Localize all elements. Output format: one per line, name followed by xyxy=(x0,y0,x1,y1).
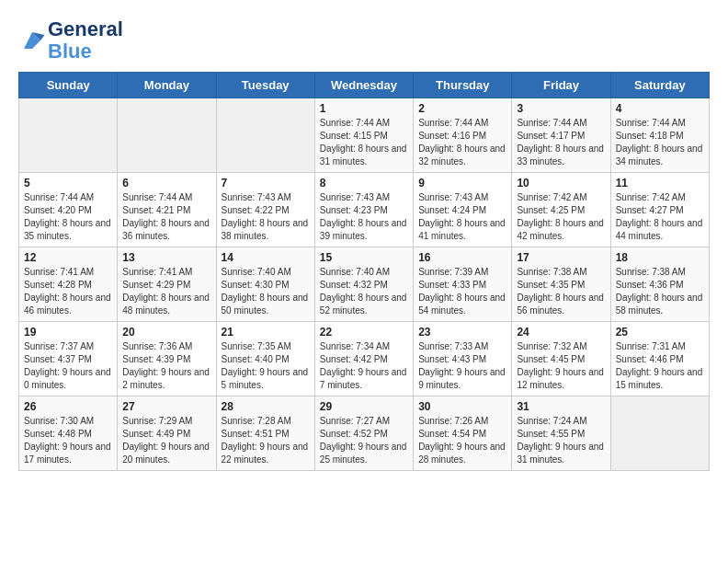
day-number: 26 xyxy=(24,400,112,413)
day-info: Sunrise: 7:44 AM Sunset: 4:21 PM Dayligh… xyxy=(122,191,210,243)
day-number: 21 xyxy=(222,326,310,339)
calendar-body: 1Sunrise: 7:44 AM Sunset: 4:15 PM Daylig… xyxy=(19,98,710,471)
logo: General Blue xyxy=(18,18,123,63)
day-number: 6 xyxy=(122,177,210,190)
day-info: Sunrise: 7:28 AM Sunset: 4:51 PM Dayligh… xyxy=(222,415,310,466)
calendar-cell: 19Sunrise: 7:37 AM Sunset: 4:37 PM Dayli… xyxy=(19,322,118,396)
weekday-header-monday: Monday xyxy=(118,73,216,98)
day-info: Sunrise: 7:35 AM Sunset: 4:40 PM Dayligh… xyxy=(222,340,310,392)
weekday-header-wednesday: Wednesday xyxy=(314,73,413,98)
day-info: Sunrise: 7:29 AM Sunset: 4:49 PM Dayligh… xyxy=(122,415,210,466)
day-number: 25 xyxy=(616,326,704,339)
calendar-cell: 26Sunrise: 7:30 AM Sunset: 4:48 PM Dayli… xyxy=(19,396,118,471)
calendar-cell: 6Sunrise: 7:44 AM Sunset: 4:21 PM Daylig… xyxy=(118,173,216,247)
day-number: 16 xyxy=(418,251,506,264)
day-number: 4 xyxy=(616,102,704,115)
day-info: Sunrise: 7:44 AM Sunset: 4:20 PM Dayligh… xyxy=(24,191,112,243)
logo-icon xyxy=(18,27,46,54)
day-info: Sunrise: 7:30 AM Sunset: 4:48 PM Dayligh… xyxy=(24,415,112,466)
day-info: Sunrise: 7:44 AM Sunset: 4:15 PM Dayligh… xyxy=(320,117,408,168)
day-number: 31 xyxy=(517,400,605,413)
day-info: Sunrise: 7:41 AM Sunset: 4:29 PM Dayligh… xyxy=(122,266,210,317)
week-row-0: 1Sunrise: 7:44 AM Sunset: 4:15 PM Daylig… xyxy=(19,98,710,173)
calendar-cell: 20Sunrise: 7:36 AM Sunset: 4:39 PM Dayli… xyxy=(118,322,216,396)
day-number: 17 xyxy=(517,251,605,264)
calendar-cell: 18Sunrise: 7:38 AM Sunset: 4:36 PM Dayli… xyxy=(610,247,709,322)
calendar-cell: 3Sunrise: 7:44 AM Sunset: 4:17 PM Daylig… xyxy=(512,98,610,173)
day-number: 20 xyxy=(122,326,210,339)
weekday-header-thursday: Thursday xyxy=(414,73,512,98)
day-info: Sunrise: 7:34 AM Sunset: 4:42 PM Dayligh… xyxy=(320,340,408,392)
calendar-cell: 8Sunrise: 7:43 AM Sunset: 4:23 PM Daylig… xyxy=(314,173,413,247)
calendar-cell: 25Sunrise: 7:31 AM Sunset: 4:46 PM Dayli… xyxy=(610,322,709,396)
day-number: 14 xyxy=(222,251,310,264)
day-info: Sunrise: 7:42 AM Sunset: 4:25 PM Dayligh… xyxy=(517,191,605,243)
day-info: Sunrise: 7:43 AM Sunset: 4:24 PM Dayligh… xyxy=(418,191,506,243)
day-number: 5 xyxy=(24,177,112,190)
day-number: 19 xyxy=(24,326,112,339)
weekday-header-saturday: Saturday xyxy=(610,73,709,98)
day-number: 22 xyxy=(320,326,408,339)
day-number: 12 xyxy=(24,251,112,264)
calendar-cell: 24Sunrise: 7:32 AM Sunset: 4:45 PM Dayli… xyxy=(512,322,610,396)
day-info: Sunrise: 7:42 AM Sunset: 4:27 PM Dayligh… xyxy=(616,191,704,243)
calendar-cell: 29Sunrise: 7:27 AM Sunset: 4:52 PM Dayli… xyxy=(314,396,413,471)
calendar-cell: 9Sunrise: 7:43 AM Sunset: 4:24 PM Daylig… xyxy=(414,173,512,247)
header: General Blue xyxy=(18,18,710,63)
day-info: Sunrise: 7:40 AM Sunset: 4:32 PM Dayligh… xyxy=(320,266,408,317)
day-info: Sunrise: 7:43 AM Sunset: 4:23 PM Dayligh… xyxy=(320,191,408,243)
calendar-cell: 16Sunrise: 7:39 AM Sunset: 4:33 PM Dayli… xyxy=(414,247,512,322)
calendar-cell: 17Sunrise: 7:38 AM Sunset: 4:35 PM Dayli… xyxy=(512,247,610,322)
calendar-cell xyxy=(19,98,118,173)
day-info: Sunrise: 7:44 AM Sunset: 4:17 PM Dayligh… xyxy=(517,117,605,168)
day-number: 13 xyxy=(122,251,210,264)
day-info: Sunrise: 7:38 AM Sunset: 4:35 PM Dayligh… xyxy=(517,266,605,317)
day-number: 28 xyxy=(222,400,310,413)
day-number: 3 xyxy=(517,102,605,115)
day-number: 15 xyxy=(320,251,408,264)
day-info: Sunrise: 7:44 AM Sunset: 4:18 PM Dayligh… xyxy=(616,117,704,168)
calendar-cell: 10Sunrise: 7:42 AM Sunset: 4:25 PM Dayli… xyxy=(512,173,610,247)
calendar-cell: 11Sunrise: 7:42 AM Sunset: 4:27 PM Dayli… xyxy=(610,173,709,247)
calendar-cell xyxy=(610,396,709,471)
day-number: 29 xyxy=(320,400,408,413)
calendar-cell: 22Sunrise: 7:34 AM Sunset: 4:42 PM Dayli… xyxy=(314,322,413,396)
calendar-cell: 27Sunrise: 7:29 AM Sunset: 4:49 PM Dayli… xyxy=(118,396,216,471)
day-number: 1 xyxy=(320,102,408,115)
day-info: Sunrise: 7:37 AM Sunset: 4:37 PM Dayligh… xyxy=(24,340,112,392)
day-info: Sunrise: 7:27 AM Sunset: 4:52 PM Dayligh… xyxy=(320,415,408,466)
weekday-header-row: SundayMondayTuesdayWednesdayThursdayFrid… xyxy=(19,73,710,98)
day-info: Sunrise: 7:36 AM Sunset: 4:39 PM Dayligh… xyxy=(122,340,210,392)
day-number: 18 xyxy=(616,251,704,264)
week-row-4: 26Sunrise: 7:30 AM Sunset: 4:48 PM Dayli… xyxy=(19,396,710,471)
day-info: Sunrise: 7:33 AM Sunset: 4:43 PM Dayligh… xyxy=(418,340,506,392)
day-number: 23 xyxy=(418,326,506,339)
day-info: Sunrise: 7:26 AM Sunset: 4:54 PM Dayligh… xyxy=(418,415,506,466)
day-number: 2 xyxy=(418,102,506,115)
calendar-cell xyxy=(118,98,216,173)
day-number: 11 xyxy=(616,177,704,190)
calendar-cell: 7Sunrise: 7:43 AM Sunset: 4:22 PM Daylig… xyxy=(216,173,314,247)
weekday-header-friday: Friday xyxy=(512,73,610,98)
day-info: Sunrise: 7:43 AM Sunset: 4:22 PM Dayligh… xyxy=(222,191,310,243)
day-info: Sunrise: 7:41 AM Sunset: 4:28 PM Dayligh… xyxy=(24,266,112,317)
calendar-cell: 23Sunrise: 7:33 AM Sunset: 4:43 PM Dayli… xyxy=(414,322,512,396)
day-info: Sunrise: 7:38 AM Sunset: 4:36 PM Dayligh… xyxy=(616,266,704,317)
day-number: 10 xyxy=(517,177,605,190)
calendar-cell: 30Sunrise: 7:26 AM Sunset: 4:54 PM Dayli… xyxy=(414,396,512,471)
week-row-1: 5Sunrise: 7:44 AM Sunset: 4:20 PM Daylig… xyxy=(19,173,710,247)
calendar-cell: 14Sunrise: 7:40 AM Sunset: 4:30 PM Dayli… xyxy=(216,247,314,322)
calendar-cell: 12Sunrise: 7:41 AM Sunset: 4:28 PM Dayli… xyxy=(19,247,118,322)
calendar-cell: 5Sunrise: 7:44 AM Sunset: 4:20 PM Daylig… xyxy=(19,173,118,247)
calendar-cell: 2Sunrise: 7:44 AM Sunset: 4:16 PM Daylig… xyxy=(414,98,512,173)
day-number: 9 xyxy=(418,177,506,190)
weekday-header-sunday: Sunday xyxy=(19,73,118,98)
calendar-cell: 13Sunrise: 7:41 AM Sunset: 4:29 PM Dayli… xyxy=(118,247,216,322)
day-number: 7 xyxy=(222,177,310,190)
weekday-header-tuesday: Tuesday xyxy=(216,73,314,98)
calendar-cell: 21Sunrise: 7:35 AM Sunset: 4:40 PM Dayli… xyxy=(216,322,314,396)
day-number: 27 xyxy=(122,400,210,413)
calendar-cell xyxy=(216,98,314,173)
day-info: Sunrise: 7:32 AM Sunset: 4:45 PM Dayligh… xyxy=(517,340,605,392)
day-info: Sunrise: 7:39 AM Sunset: 4:33 PM Dayligh… xyxy=(418,266,506,317)
